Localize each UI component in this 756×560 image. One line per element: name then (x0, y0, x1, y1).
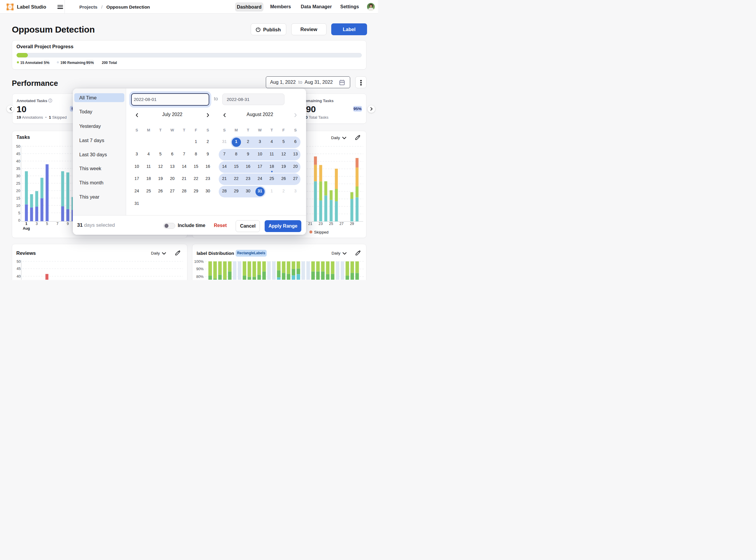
svg-text:7: 7 (57, 222, 59, 226)
svg-text:50: 50 (16, 144, 20, 148)
svg-text:0: 0 (18, 218, 20, 222)
svg-text:40: 40 (17, 274, 21, 279)
svg-text:21: 21 (308, 222, 312, 226)
svg-text:3: 3 (36, 222, 38, 226)
svg-text:90%: 90% (196, 267, 204, 272)
svg-text:27: 27 (339, 222, 343, 226)
svg-text:5: 5 (18, 211, 20, 215)
svg-text:45: 45 (16, 152, 20, 156)
svg-text:9: 9 (67, 222, 69, 226)
svg-text:25: 25 (16, 181, 20, 185)
svg-text:5: 5 (46, 222, 48, 226)
svg-text:25: 25 (329, 222, 333, 226)
svg-text:50: 50 (17, 260, 21, 264)
svg-text:45: 45 (17, 267, 21, 271)
svg-text:23: 23 (318, 222, 323, 226)
svg-text:29: 29 (350, 222, 354, 226)
svg-text:35: 35 (16, 166, 20, 171)
svg-text:30: 30 (16, 174, 20, 178)
svg-text:40: 40 (16, 159, 20, 163)
svg-text:Skipped: Skipped (314, 230, 329, 235)
svg-text:1: 1 (25, 222, 27, 226)
svg-text:20: 20 (16, 188, 20, 193)
svg-text:100%: 100% (194, 260, 204, 264)
svg-text:Aug: Aug (23, 226, 30, 231)
svg-text:15: 15 (16, 196, 20, 200)
svg-text:10: 10 (16, 203, 20, 207)
svg-text:80%: 80% (196, 275, 204, 279)
